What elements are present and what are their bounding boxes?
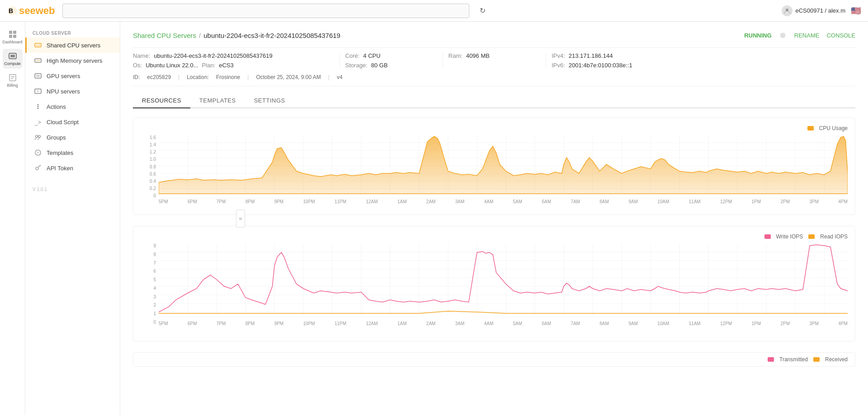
templates-icon [34,149,42,157]
sidebar-item-high-memory[interactable]: High Memory servers [25,53,120,68]
svg-rect-10 [9,75,16,81]
tab-resources[interactable]: RESOURCES [133,93,190,108]
actions-icon [34,103,42,111]
core-label: Core: [345,52,360,59]
os-label: Os: [133,62,142,69]
search-input[interactable] [62,4,469,18]
sidebar-icon-compute-label: Compute [4,61,21,66]
iops-chart-legend: Write IOPS Read IOPS [141,233,848,240]
cpu-x-axis: 5PM6PM7PM8PM9PM10PM11PM12AM1AM2AM3AM4AM5… [159,198,848,204]
sidebar-icon-billing[interactable]: Billing [3,70,23,90]
sidebar-icon-compute[interactable]: Compute [3,49,23,69]
svg-rect-3 [9,31,12,34]
sidebar-item-npu[interactable]: NPU servers [25,84,120,99]
breadcrumb-separator: / [199,32,201,39]
name-value: ubuntu-2204-ecs3-it-fr2-2024102508543761… [154,52,272,59]
sidebar-collapse-button[interactable]: « [236,210,245,228]
server-info-name: Name: ubuntu-2204-ecs3-it-fr2-2024102508… [133,52,340,69]
ram-value: 4096 MB [466,52,490,59]
core-field: Core: 4 CPU [345,52,437,59]
iops-chart-svg [159,243,848,320]
svg-point-16 [39,45,40,46]
meta-date-value: October 25, 2024, 9:00 AM [256,74,321,80]
svg-point-14 [36,45,37,46]
user-label: eCS00971 / alex.m [795,7,845,14]
meta-id-label: ID: [133,74,140,80]
version-spacer: V 1.0.1 [25,176,120,194]
breadcrumb-parent[interactable]: Shared CPU Servers [133,32,196,39]
svg-point-9 [14,59,15,60]
svg-point-15 [38,45,38,46]
ipv6-label: IPv6: [552,62,565,69]
network-chart-legend: Transmitted Received [133,352,855,367]
sidebar-item-groups[interactable]: Groups [25,130,120,145]
status-badge: RUNNING [744,32,772,39]
svg-rect-22 [36,75,40,77]
api-token-icon [34,164,42,172]
meta-location-value: Frosinone [216,74,240,80]
cloud-script-icon: _> [34,118,42,126]
sidebar-label-cloud-script: Cloud Script [47,119,79,126]
svg-point-26 [38,106,39,107]
sidebar-label-api-token: API Token [47,165,73,172]
sidebar-label-groups: Groups [47,134,66,141]
received-legend-dot [813,357,820,362]
logo-text: seeweb [19,5,55,17]
tab-templates[interactable]: TEMPLATES [190,93,245,108]
user-info: eCS00971 / alex.m [782,5,845,16]
ram-label: Ram: [448,52,462,59]
cpu-chart-legend: CPU Usage [141,125,848,131]
tab-settings[interactable]: SETTINGS [245,93,294,108]
iops-chart-section: Write IOPS Read IOPS 9 8 7 6 5 4 3 2 1 0 [133,226,855,341]
cpu-chart-svg [159,135,848,198]
name-label: Name: [133,52,150,59]
main-layout: Dashboard Compute Billing CLOUD SERVER S… [0,22,868,415]
svg-text:_>: _> [34,119,41,126]
svg-point-19 [38,60,38,61]
sidebar-item-gpu[interactable]: GPU servers [25,68,120,84]
user-icon [782,5,793,16]
svg-point-25 [38,104,39,106]
sidebar-item-shared-cpu[interactable]: Shared CPU servers [25,37,120,53]
storage-value: 80 GB [371,62,388,69]
sidebar-item-cloud-script[interactable]: _> Cloud Script [25,114,120,130]
sidebar-icon-dashboard[interactable]: Dashboard [3,27,23,47]
cpu-legend-dot [807,126,814,131]
meta-location-label: Location: [187,74,209,80]
sidebar-label-high-memory: High Memory servers [47,57,103,64]
sidebar-item-actions[interactable]: Actions [25,99,120,114]
sidebar-label-npu: NPU servers [47,88,80,95]
flag-icon: 🇺🇸 [851,6,861,16]
cpu-chart-area: 1.6 1.4 1.2 1.0 0.8 0.6 0.4 0.2 0 [141,135,848,207]
header-actions: RUNNING ⏺ RENAME CONSOLE [744,31,855,40]
server-info: Name: ubuntu-2204-ecs3-it-fr2-2024102508… [133,47,855,72]
ipv6-value: 2001:4b7e:0100:038e::1 [569,62,632,69]
svg-text:B: B [9,7,13,14]
iops-x-axis: 5PM6PM7PM8PM9PM10PM11PM12AM1AM2AM3AM4AM5… [159,320,848,326]
received-legend-label: Received [825,356,848,363]
sidebar-item-api-token[interactable]: API Token [25,160,120,176]
refresh-button[interactable]: ↻ [476,5,489,17]
iops-y-axis: 9 8 7 6 5 4 3 2 1 0 [141,243,159,334]
core-value: 4 CPU [363,52,380,59]
sidebar-label-shared-cpu: Shared CPU servers [47,42,100,49]
rename-button[interactable]: RENAME [794,32,820,39]
svg-rect-8 [10,55,15,57]
svg-point-34 [38,154,38,155]
ipv4-label: IPv4: [552,52,565,59]
console-button[interactable]: CONSOLE [826,32,855,39]
storage-label: Storage: [345,62,368,69]
svg-point-18 [36,60,37,61]
storage-field: Storage: 80 GB [345,62,437,69]
stop-button[interactable]: ⏺ [779,31,787,40]
svg-rect-6 [13,35,16,38]
svg-point-36 [40,152,41,153]
meta-row: ID: ec205829 | Location: Frosinone | Oct… [133,74,855,86]
meta-version-value: v4 [337,74,343,80]
svg-point-33 [38,150,38,151]
svg-rect-5 [9,35,12,38]
write-iops-legend-dot [764,234,771,239]
transmitted-legend-label: Transmitted [779,356,808,363]
plan-value: eCS3 [219,62,234,69]
sidebar-item-templates[interactable]: Templates [25,145,120,160]
